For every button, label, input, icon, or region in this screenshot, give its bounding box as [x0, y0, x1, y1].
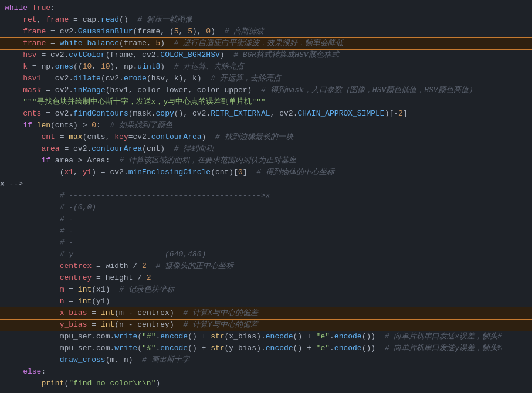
code-line-20: # - — [0, 237, 532, 249]
code-line-29: mpu_ser.com.write("%".encode() + str(y_b… — [0, 343, 532, 354]
code-line-13: area = cv2.contourArea(cnt) # 得到面积 — [0, 143, 532, 155]
code-line-30: draw_cross(m, n) # 画出斯十字 — [0, 354, 532, 366]
code-line-17: # -(0,0) — [0, 202, 532, 214]
code-line-33: pass — [0, 389, 532, 394]
code-line-11: if len(cnts) > 0: # 如果找到了颜色 — [0, 120, 532, 131]
code-line-23: centrey = height / 2 — [0, 272, 532, 284]
code-line-16: # --------------------------------------… — [0, 190, 532, 202]
code-line-14: if area > Area: # 计算该区域的面积，在要求范围内则认为正对基座 — [0, 155, 532, 167]
code-line-6: k = np.ones((10, 10), np.uint8) # 开运算、去除… — [0, 61, 532, 73]
code-line-24: m = int(x1) # 记录色块坐标 — [0, 284, 532, 296]
code-line-12: cnt = max(cnts, key=cv2.contourArea) # 找… — [0, 131, 532, 143]
code-line-31: else: — [0, 366, 532, 378]
code-line-15: (x1, y1) = cv2.minEnclosingCircle(cnt)[0… — [0, 167, 532, 178]
code-line-25: n = int(y1) — [0, 296, 532, 307]
code-line-10: cnts = cv2.findContours(mask.copy(), cv2… — [0, 108, 532, 120]
code-line-18: # - — [0, 214, 532, 225]
code-line-19: # - — [0, 225, 532, 237]
code-line-7: hsv1 = cv2.dilate(cv2.erode(hsv, k), k) … — [0, 73, 532, 84]
code-line-28: mpu_ser.com.write("#".encode() + str(x_b… — [0, 331, 532, 343]
code-line-21: # y (640,480) — [0, 249, 532, 260]
code-line-32: print("find no color\r\n") — [0, 378, 532, 389]
code-line-1: while True: — [0, 2, 532, 14]
code-line-8: mask = cv2.inRange(hsv1, color_lower, co… — [0, 84, 532, 96]
code-editor: while True: ret, frame = cap.read() # 解压… — [0, 0, 532, 393]
code-line-5: hsv = cv2.cvtColor(frame, cv2.COLOR_BGR2… — [0, 49, 532, 61]
code-line-3: frame = cv2.GaussianBlur(frame, (5, 5), … — [0, 26, 532, 38]
code-line-26: x_bias = int(m - centrex) # 计算X与中心的偏差 — [0, 307, 532, 319]
code-line-22: centrex = width / 2 # 摄像头的正中心坐标 — [0, 260, 532, 272]
code-line-2: ret, frame = cap.read() # 解压一帧图像 — [0, 14, 532, 26]
code-line-4: frame = white_balance(frame, 5) # 进行自适应白… — [0, 38, 532, 49]
code-line-27: y_bias = int(n - centrey) # 计算Y与中心的偏差 — [0, 319, 532, 331]
code-line-9: """寻找色块并绘制中心斯十字，发送x，y与中心点的误差到单片机""" — [0, 96, 532, 108]
